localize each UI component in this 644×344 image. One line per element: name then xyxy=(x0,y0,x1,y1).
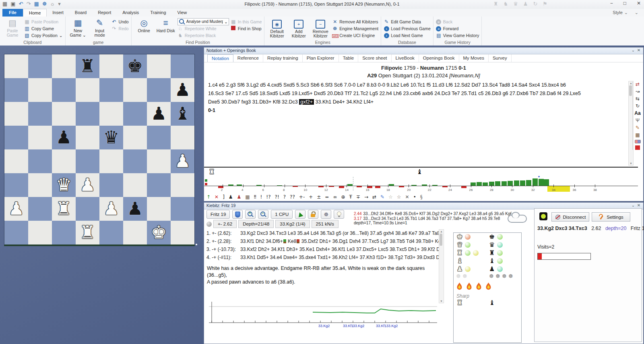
tab-notation[interactable]: Notation xyxy=(207,54,233,62)
current-move[interactable]: gxf2+ xyxy=(299,99,314,105)
edit-game-data-button[interactable]: ✎Edit Game Data xyxy=(384,18,431,25)
white-r-piece[interactable]: ♜ xyxy=(52,197,76,221)
annotation-symbol[interactable]: ∞ xyxy=(333,193,337,201)
annotation-symbol[interactable]: ♟ xyxy=(229,193,233,201)
board-square[interactable] xyxy=(52,54,76,78)
annotation-symbol[interactable]: ⊕ xyxy=(341,193,345,201)
annotation-symbol[interactable]: ☆ xyxy=(388,193,393,201)
board-square[interactable] xyxy=(147,54,171,78)
white-q-piece[interactable]: ♛ xyxy=(52,173,76,197)
board-square[interactable] xyxy=(4,173,28,197)
board-square[interactable] xyxy=(4,54,28,78)
engine-line[interactable]: 1. +- (2.62):33.Kg2 Dxc3 34.Txc3 Le3 35.… xyxy=(206,229,439,237)
annotation-symbol[interactable]: !? xyxy=(266,193,270,201)
tab-survey[interactable]: Survey xyxy=(489,54,512,62)
board-square[interactable] xyxy=(99,149,123,173)
hard-disk-button[interactable]: ≡ Hard Disk xyxy=(156,17,176,33)
board-resize-handle[interactable] xyxy=(196,244,197,245)
in-this-game-button[interactable]: ▦In this Game xyxy=(231,18,262,25)
remove-all-kibitzers-button[interactable]: ✕Remove All Kibitzers xyxy=(332,18,378,25)
mini-board-icon[interactable]: ▦ xyxy=(635,133,640,138)
board-square[interactable] xyxy=(171,221,194,245)
board-square[interactable] xyxy=(76,197,99,221)
board-square[interactable] xyxy=(28,197,52,221)
menu-tab-report[interactable]: Report xyxy=(92,9,117,17)
cloud-icon[interactable] xyxy=(508,215,527,223)
annotation-symbol[interactable]: ] xyxy=(223,193,225,201)
tree-icon[interactable]: Ψ xyxy=(636,118,640,123)
engine-management-button[interactable]: ☸Engine Management xyxy=(332,25,378,32)
tab-openings-book[interactable]: Openings Book xyxy=(419,54,459,62)
board-square[interactable] xyxy=(171,173,194,197)
annotation-symbol[interactable]: = xyxy=(325,193,329,201)
board-square[interactable] xyxy=(123,149,147,173)
annotation-symbol[interactable]: ☆ xyxy=(397,193,401,201)
board-square[interactable] xyxy=(147,173,171,197)
board-square[interactable] xyxy=(171,126,194,149)
annotation-symbol[interactable]: → xyxy=(364,193,368,201)
board-square[interactable] xyxy=(76,149,99,173)
black-p-piece[interactable]: ♟ xyxy=(123,197,147,221)
engine-line[interactable]: 3. -+ (-10.73):33.Kxf2 Dh2+ 34.Kf1 Dh3+ … xyxy=(206,245,439,253)
white-r-piece[interactable]: ♜ xyxy=(76,221,99,245)
menu-tab-home[interactable]: Home xyxy=(23,9,47,17)
squiggle-arrow-icon[interactable]: ↝ xyxy=(636,89,640,94)
repertoire-white-button[interactable]: ♘Repertoire White xyxy=(178,25,229,32)
disconnect-button[interactable]: Disconnect xyxy=(551,212,589,222)
minimize-button[interactable]: − xyxy=(610,0,613,6)
annotation-symbol[interactable]: + xyxy=(309,193,313,201)
find-in-shop-button[interactable]: Find in Shop xyxy=(231,25,262,32)
white-k-piece[interactable]: ♚ xyxy=(147,221,171,245)
speed-box[interactable]: 251 kN/s xyxy=(312,220,339,228)
board-square[interactable] xyxy=(28,102,52,126)
text-format-icon[interactable]: Aa xyxy=(634,111,640,116)
paste-game-button[interactable]: ▤ Paste Game xyxy=(2,17,23,37)
board-square[interactable] xyxy=(123,221,147,245)
back-button[interactable]: «Back xyxy=(436,18,479,25)
menu-tab-file[interactable]: File xyxy=(2,9,23,17)
annotation-symbol[interactable]: ⇄ xyxy=(372,193,376,201)
annotation-symbol[interactable]: ✕ xyxy=(405,193,409,201)
board-square[interactable] xyxy=(76,126,99,149)
black-p-piece[interactable]: ♟ xyxy=(147,102,171,126)
board-square[interactable] xyxy=(123,173,147,197)
maximize-button[interactable]: □ xyxy=(623,0,626,6)
redo-button[interactable]: ↷Redo xyxy=(111,25,129,32)
board-square[interactable] xyxy=(123,78,147,102)
annotation-symbol[interactable]: ?? xyxy=(290,193,295,201)
zoom-in-icon[interactable]: + xyxy=(245,210,256,219)
settings-button[interactable]: Settings xyxy=(592,212,630,222)
board-square[interactable] xyxy=(4,78,28,102)
menu-tab-view[interactable]: View xyxy=(172,9,193,17)
board-square[interactable] xyxy=(99,78,123,102)
white-p-piece[interactable]: ♟ xyxy=(76,173,99,197)
colored-arrows-icon[interactable]: ⇄ xyxy=(636,82,640,87)
board-square[interactable] xyxy=(4,221,28,245)
menu-tab-insert[interactable]: Insert xyxy=(47,9,69,17)
board-square[interactable] xyxy=(147,78,171,102)
close-button[interactable]: ✕ xyxy=(637,0,641,6)
paste-position-button[interactable]: ▦Paste Position xyxy=(24,18,63,25)
board-square[interactable] xyxy=(99,102,123,126)
board-square[interactable] xyxy=(99,54,123,78)
gear-icon[interactable]: ☸ xyxy=(321,210,331,219)
tab-livebook[interactable]: LiveBook xyxy=(392,54,419,62)
board-square[interactable] xyxy=(76,78,99,102)
board-square[interactable] xyxy=(52,149,76,173)
black-q-piece[interactable]: ♛ xyxy=(99,126,123,149)
engine-line[interactable]: 4. -+ (-#11):33.Kh1 Dd5+ 34.e4 Dxe4+ 35.… xyxy=(206,253,439,261)
annotation-symbol[interactable]: ✎ xyxy=(380,193,384,201)
annotation-symbol[interactable]: ?! xyxy=(275,193,279,201)
red-square-icon[interactable] xyxy=(635,145,640,150)
undo-button[interactable]: ↶Undo xyxy=(111,18,129,25)
annotation-symbol[interactable]: ! xyxy=(260,193,262,201)
evaluation-profile-chart[interactable]: 2468101214161820222426283032343638▼ xyxy=(204,176,638,192)
board-square[interactable] xyxy=(52,78,76,102)
menu-tab-board[interactable]: Board xyxy=(69,9,92,17)
board-square[interactable] xyxy=(147,197,171,221)
board-square[interactable] xyxy=(99,173,123,197)
annotation-symbol[interactable]: ↑ xyxy=(206,193,211,201)
move-list[interactable]: 1.c4 e5 2.g3 Sf6 3.Lg2 d5 4.cxd5 Sxd5 5.… xyxy=(208,81,617,115)
eraser-icon[interactable] xyxy=(635,140,641,143)
marker-pen-icon[interactable]: ✎ xyxy=(636,125,640,131)
